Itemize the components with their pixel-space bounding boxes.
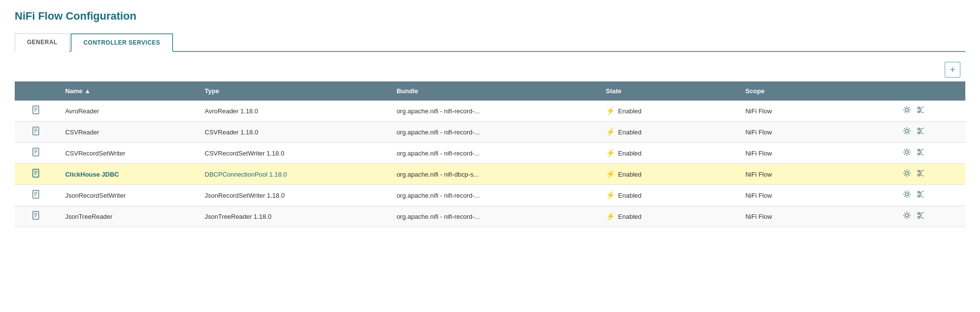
svg-point-4 <box>905 108 908 111</box>
svg-point-48 <box>905 193 908 196</box>
service-type: DBCPConnectionPool 1.18.0 <box>198 164 390 185</box>
remove-icon[interactable] <box>916 148 925 158</box>
service-icon <box>32 107 41 116</box>
remove-icon[interactable] <box>916 127 925 137</box>
service-actions <box>896 164 965 185</box>
service-icon <box>32 129 41 137</box>
service-actions <box>896 206 965 227</box>
service-scope: NiFi Flow <box>738 164 895 185</box>
service-state: ⚡ Enabled <box>599 164 739 185</box>
configure-icon[interactable] <box>903 148 911 158</box>
svg-line-52 <box>919 196 924 197</box>
service-actions <box>896 143 965 164</box>
svg-line-54 <box>919 194 921 196</box>
service-icon-cell <box>15 164 58 185</box>
svg-line-62 <box>919 212 924 214</box>
col-icon <box>15 81 58 101</box>
svg-point-26 <box>905 151 908 154</box>
svg-line-7 <box>919 107 924 108</box>
svg-line-10 <box>919 110 921 111</box>
add-service-button[interactable]: + <box>945 62 960 78</box>
state-label: Enabled <box>618 213 642 220</box>
service-icon <box>32 150 41 158</box>
lightning-icon: ⚡ <box>606 106 615 115</box>
service-type: CSVReader 1.18.0 <box>198 122 390 143</box>
lightning-icon: ⚡ <box>606 170 615 179</box>
service-scope: NiFi Flow <box>738 206 895 227</box>
svg-line-29 <box>919 149 924 151</box>
service-type: JsonTreeReader 1.18.0 <box>198 206 390 227</box>
remove-icon[interactable] <box>916 169 925 180</box>
table-row[interactable]: CSVRecordSetWriterCSVRecordSetWriter 1.1… <box>15 143 965 164</box>
lightning-icon: ⚡ <box>606 191 615 200</box>
page-title: NiFi Flow Configuration <box>15 10 965 23</box>
configure-icon[interactable] <box>903 127 911 137</box>
service-name: ClickHouse JDBC <box>58 164 198 185</box>
service-icon-cell <box>15 185 58 206</box>
service-scope: NiFi Flow <box>738 101 895 122</box>
svg-line-51 <box>919 191 924 193</box>
remove-icon[interactable] <box>916 211 925 222</box>
service-bundle: org.apache.nifi - nifi-record-... <box>390 185 599 206</box>
svg-line-19 <box>919 132 924 134</box>
svg-line-18 <box>919 128 924 130</box>
col-actions <box>896 81 965 101</box>
svg-rect-22 <box>33 148 39 156</box>
col-bundle: Bundle <box>390 81 599 101</box>
remove-icon[interactable] <box>916 105 925 116</box>
configure-icon[interactable] <box>903 190 911 201</box>
table-row[interactable]: ClickHouse JDBCDBCPConnectionPool 1.18.0… <box>15 164 965 185</box>
table-header: Name ▲ Type Bundle State Scope <box>15 81 965 101</box>
table-row[interactable]: CSVReaderCSVReader 1.18.0org.apache.nifi… <box>15 122 965 143</box>
service-icon <box>32 192 41 200</box>
svg-line-21 <box>919 131 921 132</box>
service-icon <box>32 213 41 221</box>
table-row[interactable]: JsonRecordSetWriterJsonRecordSetWriter 1… <box>15 185 965 206</box>
configure-icon[interactable] <box>903 105 911 116</box>
svg-line-40 <box>919 170 924 172</box>
page-container: NiFi Flow Configuration GENERAL CONTROLL… <box>0 0 980 237</box>
col-scope: Scope <box>738 81 895 101</box>
svg-line-43 <box>919 173 921 175</box>
service-state: ⚡ Enabled <box>599 206 739 227</box>
service-name: AvroReader <box>58 101 198 122</box>
remove-icon[interactable] <box>916 190 925 201</box>
add-button-row: + <box>15 62 965 78</box>
service-name: JsonRecordSetWriter <box>58 185 198 206</box>
table-row[interactable]: AvroReaderAvroReader 1.18.0org.apache.ni… <box>15 101 965 122</box>
state-label: Enabled <box>618 192 642 199</box>
service-name: CSVReader <box>58 122 198 143</box>
service-scope: NiFi Flow <box>738 122 895 143</box>
col-state: State <box>599 81 739 101</box>
service-bundle: org.apache.nifi - nifi-record-... <box>390 122 599 143</box>
svg-line-8 <box>919 111 924 113</box>
service-name: CSVRecordSetWriter <box>58 143 198 164</box>
table-body: AvroReaderAvroReader 1.18.0org.apache.ni… <box>15 101 965 227</box>
service-scope: NiFi Flow <box>738 143 895 164</box>
table-row[interactable]: JsonTreeReaderJsonTreeReader 1.18.0org.a… <box>15 206 965 227</box>
svg-line-63 <box>919 217 924 218</box>
lightning-icon: ⚡ <box>606 212 615 221</box>
tab-controller-services[interactable]: CONTROLLER SERVICES <box>71 33 173 52</box>
state-label: Enabled <box>618 107 642 115</box>
services-table: Name ▲ Type Bundle State Scope <box>15 81 965 227</box>
service-icon-cell <box>15 206 58 227</box>
service-actions <box>896 185 965 206</box>
svg-line-41 <box>919 175 924 176</box>
state-label: Enabled <box>618 171 642 178</box>
service-bundle: org.apache.nifi - nifi-record-... <box>390 206 599 227</box>
lightning-icon: ⚡ <box>606 149 615 157</box>
service-actions <box>896 101 965 122</box>
configure-icon[interactable] <box>903 211 911 222</box>
service-type: CSVRecordSetWriter 1.18.0 <box>198 143 390 164</box>
svg-point-59 <box>905 214 908 217</box>
state-label: Enabled <box>618 129 642 136</box>
configure-icon[interactable] <box>903 169 911 180</box>
lightning-icon: ⚡ <box>606 128 615 136</box>
col-type: Type <box>198 81 390 101</box>
service-name: JsonTreeReader <box>58 206 198 227</box>
tab-general[interactable]: GENERAL <box>15 33 70 52</box>
svg-rect-0 <box>33 106 39 114</box>
col-name[interactable]: Name ▲ <box>58 81 198 101</box>
service-type: JsonRecordSetWriter 1.18.0 <box>198 185 390 206</box>
